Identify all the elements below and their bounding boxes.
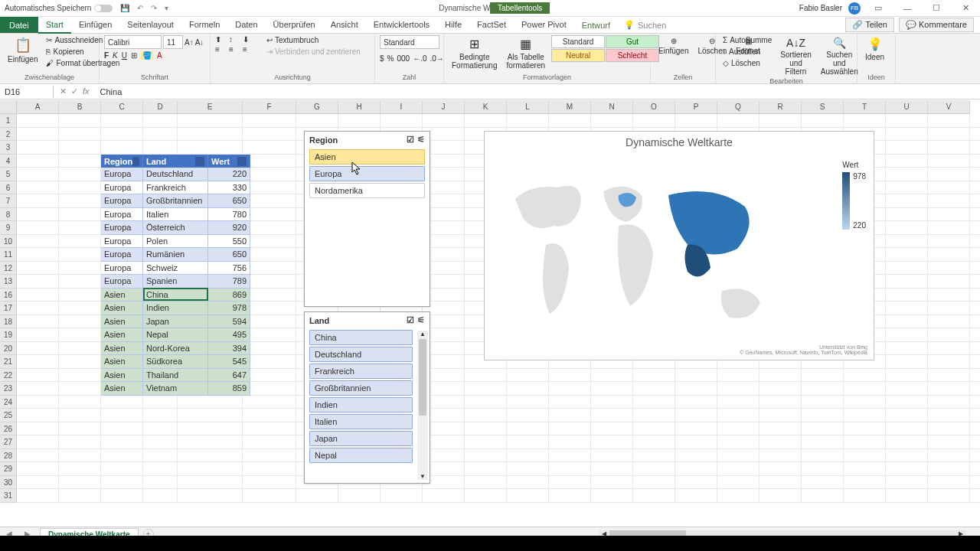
row-header[interactable]: 23 (0, 382, 17, 396)
cell[interactable] (549, 369, 591, 383)
cell[interactable] (243, 155, 296, 168)
cell[interactable] (970, 168, 980, 181)
row-header[interactable]: 10 (0, 235, 17, 249)
cell[interactable] (802, 369, 844, 383)
tab-entwicklertools[interactable]: Entwicklertools (366, 17, 437, 34)
table-row[interactable]: EuropaDeutschland220 (101, 168, 250, 181)
style-neutral[interactable]: Neutral (551, 49, 605, 62)
cell[interactable] (17, 302, 59, 315)
row-header[interactable]: 8 (0, 208, 17, 222)
cell[interactable] (17, 275, 59, 289)
cell[interactable] (59, 168, 101, 181)
cell[interactable] (59, 489, 101, 503)
cell[interactable] (928, 235, 970, 249)
column-header[interactable]: I (381, 100, 423, 114)
cell[interactable] (675, 369, 717, 383)
tab-hilfe[interactable]: Hilfe (437, 17, 469, 34)
cell[interactable] (143, 396, 178, 409)
cell[interactable] (465, 462, 507, 476)
cell[interactable] (760, 382, 802, 396)
cell[interactable] (178, 422, 243, 436)
cell[interactable] (633, 396, 675, 409)
cell[interactable] (886, 489, 928, 503)
cell[interactable] (101, 435, 143, 449)
cell[interactable] (970, 289, 980, 302)
cell[interactable] (886, 208, 928, 222)
number-format-combo[interactable]: Standard (380, 35, 439, 49)
cell[interactable] (507, 114, 549, 128)
cell[interactable] (717, 396, 760, 409)
row-header[interactable]: 16 (0, 289, 17, 302)
scroll-down-icon[interactable]: ▼ (417, 473, 428, 480)
cell[interactable] (549, 114, 591, 128)
cell[interactable] (243, 409, 296, 422)
cell[interactable] (760, 396, 802, 409)
cell[interactable] (591, 476, 633, 490)
cell[interactable] (465, 435, 507, 449)
cell[interactable] (928, 328, 970, 342)
ribbon-display-icon[interactable]: ▭ (867, 3, 890, 13)
increase-decimal-icon[interactable]: ←.0 (413, 54, 426, 63)
cell[interactable] (549, 409, 591, 422)
border-button[interactable]: ⊞ (131, 51, 137, 60)
cell[interactable] (243, 435, 296, 449)
cell[interactable] (970, 315, 980, 329)
cell[interactable] (17, 141, 59, 155)
cell[interactable] (17, 194, 59, 208)
find-select-button[interactable]: 🔍Suchen und Auswählen (818, 35, 861, 77)
column-header[interactable]: D (143, 100, 178, 114)
cell[interactable] (886, 114, 928, 128)
cell[interactable] (143, 141, 178, 155)
cell[interactable] (143, 489, 178, 503)
cell[interactable] (760, 422, 802, 436)
cell[interactable] (549, 435, 591, 449)
cell[interactable] (296, 114, 338, 128)
cell[interactable] (143, 422, 178, 436)
cell[interactable] (59, 422, 101, 436)
cell[interactable] (802, 409, 844, 422)
cell[interactable] (243, 396, 296, 409)
table-row[interactable]: AsienThailand647 (101, 369, 250, 383)
cell[interactable] (802, 476, 844, 490)
cell[interactable] (59, 449, 101, 463)
column-header[interactable]: T (844, 100, 886, 114)
table-row[interactable]: AsienNepal495 (101, 328, 250, 342)
autosave-toggle[interactable] (94, 5, 113, 12)
cell[interactable] (591, 422, 633, 436)
table-row[interactable]: EuropaRumänien650 (101, 248, 250, 262)
row-header[interactable]: 20 (0, 342, 17, 356)
cell[interactable] (675, 462, 717, 476)
insert-cells-button[interactable]: ⊕Einfügen (655, 35, 691, 57)
file-tab[interactable]: Datei (0, 17, 38, 33)
cell[interactable] (59, 262, 101, 276)
row-header[interactable]: 19 (0, 328, 17, 342)
comma-icon[interactable]: 000 (397, 54, 410, 63)
table-row[interactable]: AsienIndien978 (101, 302, 250, 315)
tab-formeln[interactable]: Formeln (181, 17, 227, 34)
cell[interactable] (243, 422, 296, 436)
cell[interactable] (143, 462, 178, 476)
cell[interactable] (675, 476, 717, 490)
cell[interactable] (928, 289, 970, 302)
cell[interactable] (507, 382, 549, 396)
cell[interactable] (970, 369, 980, 383)
multi-select-icon[interactable]: ☑ (407, 135, 414, 145)
table-row[interactable]: AsienJapan594 (101, 315, 250, 329)
cell[interactable] (844, 476, 886, 490)
wrap-text-button[interactable]: ↩Textumbruch (264, 35, 363, 45)
cell[interactable] (591, 462, 633, 476)
font-color-button[interactable]: A (157, 51, 162, 60)
cell[interactable] (844, 369, 886, 383)
cell[interactable] (633, 476, 675, 490)
cell[interactable] (928, 221, 970, 235)
cell[interactable] (381, 114, 423, 128)
cell[interactable] (178, 114, 243, 128)
table-header-wert[interactable]: Wert (208, 155, 250, 168)
row-header[interactable]: 27 (0, 435, 17, 449)
cell[interactable] (17, 489, 59, 503)
ideas-button[interactable]: 💡Ideen (862, 35, 887, 63)
autosum-button[interactable]: ΣAutoSumme (720, 35, 774, 45)
column-header[interactable]: C (101, 100, 143, 114)
filter-button-land[interactable] (195, 157, 204, 166)
slicer-item[interactable]: Nepal (309, 448, 413, 463)
